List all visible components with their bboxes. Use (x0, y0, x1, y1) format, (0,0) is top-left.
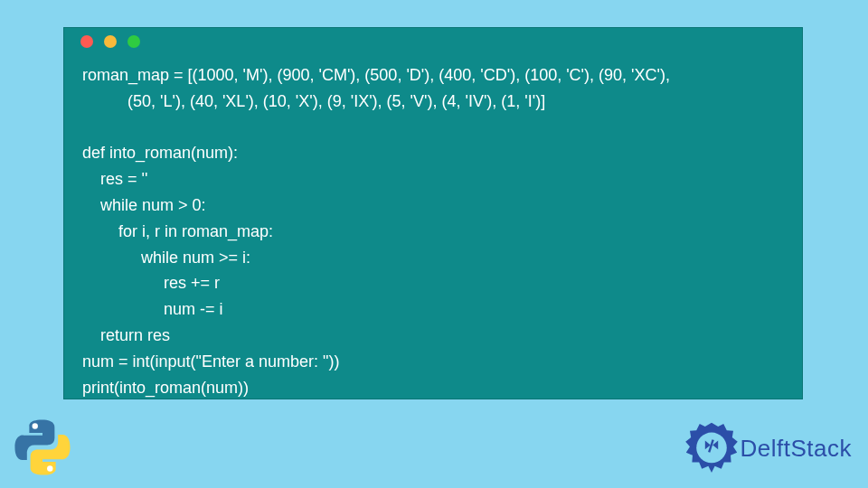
code-line: print(into_roman(num)) (82, 379, 249, 397)
svg-point-1 (47, 465, 52, 471)
code-line: while num > 0: (82, 196, 206, 214)
close-icon (80, 35, 93, 48)
code-line: num = int(input("Enter a number: ")) (82, 352, 339, 371)
code-line: res += r (82, 274, 220, 292)
code-line: roman_map = [(1000, 'M'), (900, 'CM'), (… (82, 66, 670, 84)
svg-point-0 (33, 423, 38, 428)
code-line: num -= i (82, 300, 223, 318)
code-block: roman_map = [(1000, 'M'), (900, 'CM'), (… (64, 55, 802, 400)
code-line: def into_roman(num): (82, 144, 238, 162)
code-line: return res (82, 326, 170, 344)
code-window: roman_map = [(1000, 'M'), (900, 'CM'), (… (63, 27, 803, 399)
code-line: (50, 'L'), (40, 'XL'), (10, 'X'), (9, 'I… (82, 92, 545, 110)
brand-name: DelftStack (741, 435, 853, 463)
maximize-icon (127, 35, 140, 48)
delftstack-gear-icon (684, 421, 739, 475)
code-line: while num >= i: (82, 249, 250, 267)
code-line: res = '' (82, 170, 147, 188)
code-line: for i, r in roman_map: (82, 222, 273, 240)
brand-badge: DelftStack (684, 421, 853, 475)
minimize-icon (104, 35, 117, 48)
python-logo-icon (11, 416, 74, 479)
window-titlebar (64, 28, 802, 55)
